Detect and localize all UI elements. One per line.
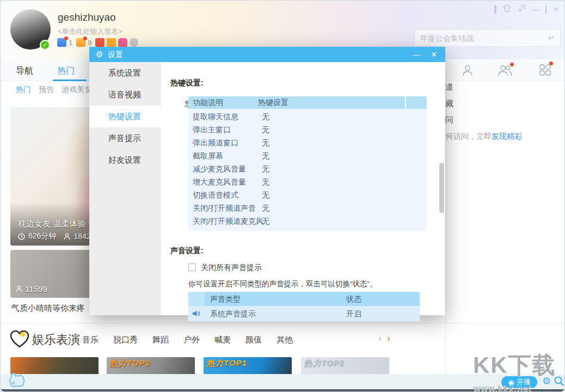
pin-layout-icon[interactable]: [518, 5, 525, 15]
subtab-preview[interactable]: 预告: [39, 85, 54, 95]
entertainment-logo-icon: [9, 329, 30, 351]
sound-hint: 你可设置开启不同类型的声音提示，双击可以切换“状态”。: [188, 279, 377, 289]
rank-label: 热力TOP1: [206, 358, 247, 369]
broadcast-button[interactable]: ◉ 开播: [501, 376, 537, 388]
section-divider: [1, 323, 565, 323]
ent-tab-dance[interactable]: 舞蹈: [152, 335, 169, 345]
friends-notification-dot: [510, 63, 514, 66]
tab-navigation[interactable]: 导航: [16, 65, 33, 77]
viewer-count: 11599: [25, 284, 47, 293]
ent-tab-talkshow[interactable]: 脱口秀: [113, 335, 138, 345]
hotkey-name: 关闭/打开频道声音: [193, 201, 256, 215]
hotkey-table: 功能说明 热键设置 提取聊天信息无 弹出主窗口无 弹出频道窗口无 截取屏幕无 减…: [188, 96, 427, 231]
ent-tab-rap[interactable]: 喊麦: [214, 335, 231, 345]
online-status-check-icon: ✓: [40, 40, 50, 50]
apps-notification-dot: [549, 62, 553, 65]
search-input[interactable]: [415, 34, 548, 42]
settings-gear-icon[interactable]: ⚙: [542, 375, 551, 387]
sound-table-header: 声音类型 状态: [188, 292, 420, 306]
dialog-titlebar[interactable]: ⚙ 设置 — ✕: [89, 47, 445, 62]
col-function: 功能说明: [188, 96, 405, 109]
prev-arrow-icon[interactable]: ‹: [378, 333, 382, 344]
hotkey-row[interactable]: 关闭/打开频道麦克风无: [188, 215, 427, 228]
minimize-button[interactable]: —: [532, 5, 539, 15]
hotkey-value: 无: [262, 201, 269, 215]
hotkey-table-header: 功能说明 热键设置: [188, 96, 427, 109]
mute-all-label[interactable]: 关闭所有声音提示: [201, 263, 262, 273]
username: geshizhuyao: [58, 11, 116, 23]
sidebar-item-sound-alerts[interactable]: 声音提示: [89, 127, 161, 149]
friends-icon[interactable]: [497, 64, 513, 78]
dialog-minimize-button[interactable]: —: [410, 49, 422, 60]
hotkey-row[interactable]: 关闭/打开频道声音无: [188, 201, 427, 215]
next-arrow-icon[interactable]: ›: [387, 333, 390, 344]
apps-grid-icon[interactable]: [539, 64, 551, 78]
hotkey-name: 提取聊天信息: [193, 110, 238, 123]
sidebar-item-hotkeys[interactable]: 热键设置: [89, 106, 161, 127]
entertainment-tabs: 音乐 脱口秀 舞蹈 户外 喊麦 颜值 其他: [82, 335, 293, 345]
hotkey-row[interactable]: 截取屏幕无: [188, 149, 427, 162]
ent-tab-outdoor[interactable]: 户外: [183, 335, 200, 345]
clock-icon: [18, 233, 25, 240]
hotkey-row[interactable]: 减少麦克风音量无: [188, 162, 427, 175]
close-button[interactable]: ✕: [553, 5, 559, 15]
disabled-badge-icon[interactable]: [130, 38, 138, 47]
dialog-scrollbar-thumb[interactable]: [439, 163, 444, 213]
sound-row[interactable]: 系统声音提示 开启: [188, 306, 420, 321]
sound-icon-column: [188, 292, 205, 306]
search-box: ↵: [414, 29, 561, 47]
subtab-game-beauty[interactable]: 游戏美女: [62, 85, 92, 95]
dialog-sidebar: 系统设置 语音视频 热键设置 声音提示 好友设置: [89, 62, 161, 315]
record-icon: ◉: [508, 378, 514, 387]
col-hotkey: 热键设置: [258, 96, 288, 109]
sidebar-item-system[interactable]: 系统设置: [89, 62, 161, 84]
rank-label: 热力TOP3: [109, 358, 150, 369]
duration: 626分钟: [28, 231, 56, 241]
hotkey-name: 减少麦克风音量: [193, 162, 246, 175]
hotkey-value: 无: [262, 162, 269, 175]
hotkey-row[interactable]: 提取聊天信息无: [188, 110, 427, 123]
hotkey-name: 切换语音模式: [193, 188, 238, 201]
signature-placeholder[interactable]: <单击此处输入签名>: [58, 27, 122, 36]
hotkey-value: 无: [262, 149, 269, 162]
card-title[interactable]: 气质小晴晴等你来疼: [11, 303, 85, 314]
discover-link[interactable]: 发现精彩: [492, 132, 522, 140]
hotkey-row[interactable]: 增大麦克风音量无: [188, 175, 427, 188]
app-window: — ✕ ✓ geshizhuyao <单击此处输入签名> 1 9 ↵ 导航 热门: [0, 0, 565, 392]
tab-hot[interactable]: 热门: [57, 65, 75, 77]
ent-tab-music[interactable]: 音乐: [82, 335, 99, 345]
gear-icon: ⚙: [96, 50, 103, 59]
badge-row: 1 9: [57, 38, 138, 47]
ent-tab-looks[interactable]: 颜值: [245, 335, 262, 345]
card-stats: 626分钟 184258: [18, 231, 99, 241]
profile-icon[interactable]: [461, 64, 474, 78]
hotkey-row[interactable]: 弹出主窗口无: [188, 123, 427, 136]
gift-badge-icon[interactable]: [76, 38, 85, 47]
tv-badge-icon[interactable]: [95, 38, 105, 47]
sidebar-item-voice-video[interactable]: 语音视频: [89, 84, 161, 106]
hotkey-name: 增大麦克风音量: [193, 175, 246, 188]
broadcast-label: 开播: [517, 377, 531, 387]
hotkey-row[interactable]: 弹出频道窗口无: [188, 136, 427, 149]
hotkey-value: 无: [262, 136, 269, 149]
dialog-title: 设置: [108, 50, 123, 60]
settings-dialog: ⚙ 设置 — ✕ 系统设置 语音视频 热键设置 声音提示 好友设置 热键设置: …: [89, 47, 445, 315]
speaker-icon: [192, 310, 200, 317]
monster-badge-icon[interactable]: [118, 38, 127, 47]
feedback-icon[interactable]: [494, 5, 496, 15]
sidebar-item-friends[interactable]: 好友设置: [89, 149, 161, 171]
enter-icon[interactable]: ↵: [548, 33, 561, 43]
sound-heading: 声音设置:: [170, 246, 204, 256]
skin-icon[interactable]: [503, 5, 511, 15]
maximize-button[interactable]: [545, 5, 546, 15]
mute-all-checkbox[interactable]: [188, 264, 196, 271]
window-controls: — ✕: [494, 5, 559, 15]
video-badge-icon[interactable]: [107, 38, 116, 47]
game-badge-icon[interactable]: [57, 38, 66, 47]
hotkey-row[interactable]: 切换语音模式无: [188, 188, 427, 201]
dialog-close-button[interactable]: ✕: [428, 49, 440, 60]
subtab-hot[interactable]: 热门: [16, 85, 31, 95]
viewer-icon: [16, 285, 22, 292]
ent-tab-other[interactable]: 其他: [277, 335, 293, 345]
search-magnifier-icon[interactable]: [554, 376, 564, 389]
